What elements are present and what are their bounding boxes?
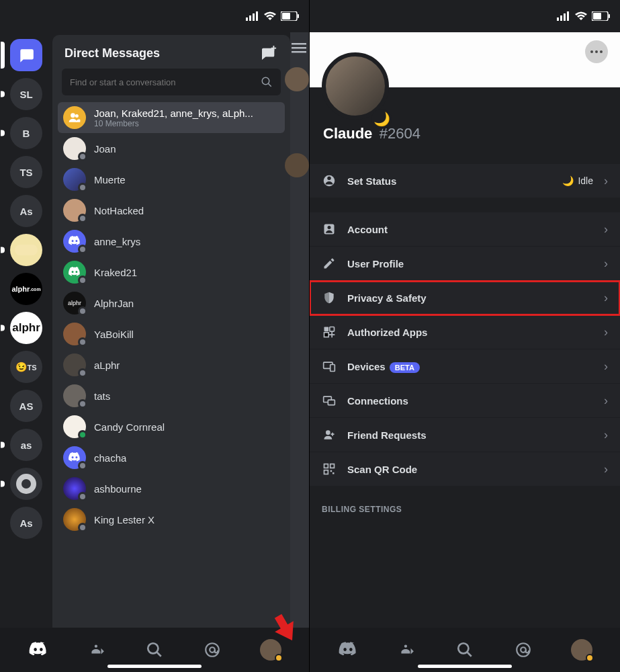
svg-point-11 xyxy=(71,113,75,118)
home-indicator[interactable] xyxy=(107,665,202,668)
friend-icon xyxy=(322,427,337,442)
username: Claude xyxy=(323,125,372,142)
more-button[interactable] xyxy=(585,40,608,63)
dm-item-alphr[interactable]: aLphr xyxy=(58,349,285,380)
server-as3[interactable]: as xyxy=(10,429,42,461)
devices-icon xyxy=(322,359,337,374)
dm-item-alphrjan[interactable]: alphrAlphrJan xyxy=(58,288,285,319)
nav-mentions[interactable] xyxy=(506,636,540,663)
nav-search[interactable] xyxy=(448,636,482,663)
dm-panel: Direct Messages Joan, Kraked21, anne_kry… xyxy=(52,35,290,628)
dm-group[interactable]: Joan, Kraked21, anne_krys, aLph... 10 Me… xyxy=(58,102,285,133)
nav-discord[interactable] xyxy=(331,636,365,663)
server-emoji-ts[interactable]: 😉TS xyxy=(10,351,42,383)
row-scan-qr[interactable]: Scan QR Code › xyxy=(310,452,620,486)
status-icon xyxy=(322,173,337,188)
billing-header: BILLING SETTINGS xyxy=(310,486,620,522)
dm-item-joan[interactable]: Joan xyxy=(58,133,285,164)
status-bar xyxy=(0,0,309,32)
svg-rect-23 xyxy=(567,11,569,21)
svg-point-9 xyxy=(262,77,269,85)
svg-point-18 xyxy=(206,643,220,657)
row-privacy-safety[interactable]: Privacy & Safety › xyxy=(310,281,620,315)
row-set-status[interactable]: Set Status 🌙Idle › xyxy=(310,164,620,198)
nav-profile[interactable] xyxy=(565,636,599,663)
server-alphr[interactable]: alphr xyxy=(10,312,42,344)
new-dm-icon[interactable] xyxy=(261,46,278,60)
dm-item-candy[interactable]: Candy Cornreal xyxy=(58,411,285,442)
svg-rect-3 xyxy=(256,11,258,21)
dm-item-nothacked[interactable]: NotHacked xyxy=(58,195,285,226)
dm-search[interactable] xyxy=(62,69,281,95)
server-b[interactable]: B xyxy=(10,117,42,149)
idle-moon-icon: 🌙 xyxy=(373,111,390,127)
battery-icon xyxy=(281,11,300,21)
right-screenshot: 🌙 Claude #2604 Set Status 🌙Idle › Accoun… xyxy=(310,0,620,672)
server-sl[interactable]: SL xyxy=(10,78,42,110)
status-value: 🌙Idle xyxy=(562,175,593,186)
svg-point-16 xyxy=(148,643,158,653)
dm-item-annekrys[interactable]: anne_krys xyxy=(58,226,285,257)
dm-item-tats[interactable]: tats xyxy=(58,380,285,411)
chevron-right-icon: › xyxy=(604,462,608,476)
svg-point-29 xyxy=(600,50,603,53)
preview-avatar-2 xyxy=(285,153,309,177)
svg-rect-20 xyxy=(557,17,559,21)
svg-point-47 xyxy=(458,643,468,653)
qr-icon xyxy=(322,462,337,476)
status-section: Set Status 🌙Idle › xyxy=(310,164,620,198)
nav-search[interactable] xyxy=(138,636,171,663)
row-authorized-apps[interactable]: Authorized Apps › xyxy=(310,315,620,349)
svg-rect-8 xyxy=(271,48,276,49)
group-avatar xyxy=(63,106,86,129)
svg-point-31 xyxy=(327,177,331,181)
chevron-right-icon: › xyxy=(604,222,608,237)
svg-point-49 xyxy=(517,643,530,657)
row-user-profile[interactable]: User Profile › xyxy=(310,247,620,281)
settings-section: Account › User Profile › Privacy & Safet… xyxy=(310,212,620,486)
dm-item-muerte[interactable]: Muerte xyxy=(58,164,285,195)
annotation-arrow xyxy=(270,613,300,642)
connections-icon xyxy=(322,393,337,408)
nav-friends[interactable] xyxy=(390,636,423,663)
search-input[interactable] xyxy=(70,77,261,87)
server-as4[interactable]: As xyxy=(10,507,42,539)
svg-rect-35 xyxy=(330,327,335,332)
hamburger-icon[interactable] xyxy=(292,43,306,54)
dm-item-kinglester[interactable]: King Lester X xyxy=(58,504,285,535)
server-ring[interactable] xyxy=(10,468,42,500)
dm-item-chacha[interactable]: chacha xyxy=(58,442,285,473)
nav-discord[interactable] xyxy=(21,636,55,663)
group-name: Joan, Kraked21, anne_krys, aLph... xyxy=(94,108,279,119)
row-friend-requests[interactable]: Friend Requests › xyxy=(310,418,620,452)
nav-friends[interactable] xyxy=(80,636,114,663)
account-icon xyxy=(322,222,337,237)
server-as2[interactable]: AS xyxy=(10,390,42,422)
dm-item-kraked21[interactable]: Kraked21 xyxy=(58,257,285,288)
wifi-icon xyxy=(263,11,277,21)
server-alphr-com[interactable]: alphr.com xyxy=(10,273,42,305)
server-ts[interactable]: TS xyxy=(10,156,42,188)
idle-moon-icon: 🌙 xyxy=(562,175,574,186)
left-screenshot: SL B TS As alphr.com alphr 😉TS AS as As … xyxy=(0,0,310,672)
preview-avatar-1 xyxy=(285,67,309,91)
dm-item-yaboikill[interactable]: YaBoiKill xyxy=(58,319,285,349)
server-sidebar[interactable]: SL B TS As alphr.com alphr 😉TS AS as As xyxy=(0,32,52,628)
svg-rect-40 xyxy=(328,400,335,405)
group-icon xyxy=(68,111,81,124)
row-connections[interactable]: Connections › xyxy=(310,384,620,418)
svg-rect-14 xyxy=(292,47,306,49)
beta-badge: BETA xyxy=(390,362,420,373)
dm-button[interactable] xyxy=(10,39,42,71)
row-account[interactable]: Account › xyxy=(310,212,620,247)
svg-line-17 xyxy=(157,652,161,657)
group-sub: 10 Members xyxy=(94,119,279,128)
server-as[interactable]: As xyxy=(10,195,42,227)
dm-item-ashbourne[interactable]: ashbourne xyxy=(58,473,285,504)
signal-icon xyxy=(246,11,259,21)
server-twinkie[interactable] xyxy=(10,234,42,266)
row-devices[interactable]: DevicesBETA › xyxy=(310,349,620,384)
svg-rect-1 xyxy=(249,15,251,21)
nav-mentions[interactable] xyxy=(195,636,229,663)
home-indicator[interactable] xyxy=(418,665,512,668)
